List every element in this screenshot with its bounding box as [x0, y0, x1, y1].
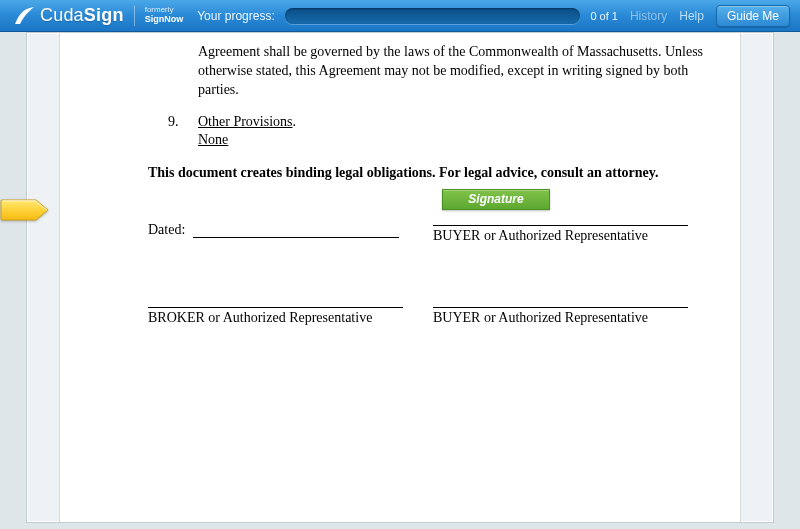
- formerly-label: formerly SignNow: [145, 6, 184, 25]
- workspace: Agreement shall be governed by the laws …: [26, 32, 774, 523]
- progress-label: Your progress:: [197, 9, 275, 23]
- signer-role-label: BROKER or Authorized Representative: [148, 310, 403, 326]
- history-link[interactable]: History: [630, 9, 667, 23]
- progress-count: 0 of 1: [590, 10, 618, 22]
- top-bar: CudaSign formerly SignNow Your progress:…: [0, 0, 800, 32]
- legal-notice: This document creates binding legal obli…: [148, 164, 710, 182]
- signature-button[interactable]: Signature: [442, 189, 550, 210]
- signature-arrow-icon[interactable]: [0, 197, 50, 223]
- brand-name: CudaSign: [40, 5, 124, 26]
- help-link[interactable]: Help: [679, 9, 704, 23]
- document-page: Agreement shall be governed by the laws …: [59, 33, 741, 522]
- signature-line: [148, 292, 403, 308]
- list-item-body: None: [198, 132, 710, 148]
- signature-area: Signature Dated: BUYER or Authorized Rep…: [148, 210, 710, 326]
- list-item-title: Other Provisions.: [198, 114, 296, 130]
- dated-label: Dated:: [148, 222, 185, 238]
- brand: CudaSign: [14, 5, 124, 26]
- list-item-heading: 9. Other Provisions.: [168, 114, 710, 130]
- guide-me-button[interactable]: Guide Me: [716, 5, 790, 27]
- brand-logo-icon: [14, 6, 36, 26]
- signature-line: [433, 210, 688, 226]
- dated-line: [193, 224, 399, 238]
- list-item-number: 9.: [168, 114, 198, 130]
- divider: [134, 6, 135, 26]
- progress-bar: [285, 8, 581, 24]
- signer-role-label: BUYER or Authorized Representative: [433, 228, 688, 244]
- signature-line: [433, 292, 688, 308]
- signer-role-label: BUYER or Authorized Representative: [433, 310, 688, 326]
- paragraph-text: Agreement shall be governed by the laws …: [198, 43, 710, 100]
